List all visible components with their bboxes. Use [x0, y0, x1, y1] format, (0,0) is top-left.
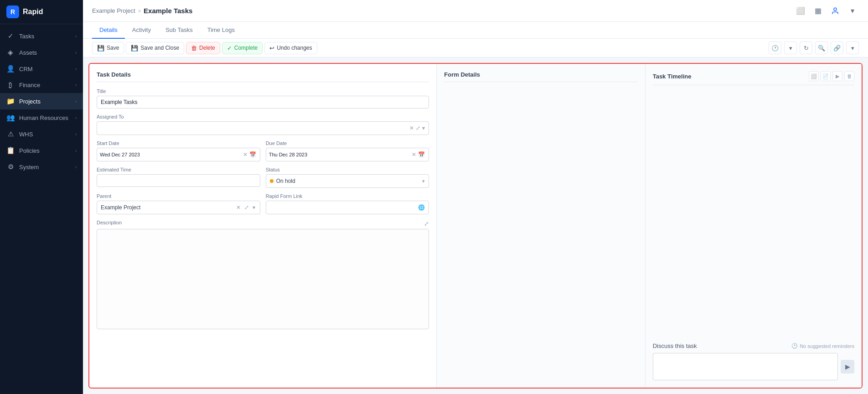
rapid-form-field[interactable]: 🌐: [266, 201, 429, 214]
status-value: On hold: [276, 178, 423, 184]
timeline-icon-1[interactable]: ⬜: [809, 71, 819, 81]
logo-letter: R: [10, 8, 15, 16]
due-date-calendar[interactable]: 📅: [417, 151, 426, 158]
save-button[interactable]: 💾 Save: [92, 42, 124, 54]
nav-icon-policies: 📋: [6, 146, 15, 155]
sidebar-item-crm[interactable]: 👤 CRM ›: [0, 61, 83, 77]
time-status-row: Estimated Time Status On hold ▾: [97, 167, 429, 188]
parent-form-row: Parent Example Project ✕ ⤢ ▾ Rapid Form …: [97, 193, 429, 214]
assigned-to-col: Assigned To ✕ ⤢ ▾: [97, 114, 429, 135]
assigned-to-input[interactable]: [100, 125, 408, 131]
breadcrumb-parent[interactable]: Example Project: [92, 7, 135, 14]
topbar: Example Project > Example Tasks ⬜ ▦ ▾: [83, 0, 868, 22]
sidebar-nav: ✓ Tasks › ◈ Assets › 👤 CRM › ₿ Finance ›…: [0, 24, 83, 394]
nav-item-left-policies: 📋 Policies: [6, 146, 40, 155]
status-col: Status On hold ▾: [266, 167, 429, 188]
status-dropdown[interactable]: On hold ▾: [266, 174, 429, 188]
nav-icon-system: ⚙: [6, 163, 15, 171]
discuss-input-row: ▶: [653, 353, 854, 380]
status-chevron: ▾: [422, 178, 425, 184]
discuss-title: Discuss this task: [653, 342, 697, 349]
timeline-icon-4[interactable]: 🗑: [844, 71, 854, 81]
tab-sub-tasks[interactable]: Sub Tasks: [158, 22, 200, 39]
search-button[interactable]: 🔍: [815, 41, 828, 54]
parent-dropdown[interactable]: ▾: [252, 204, 256, 211]
sidebar-item-tasks[interactable]: ✓ Tasks ›: [0, 28, 83, 44]
nav-item-left-whs: ⚠ WHS: [6, 130, 33, 138]
task-timeline-column: Task Timeline ⬜ 📄 ▶ 🗑 Discuss this task: [646, 64, 862, 388]
main-content: Example Project > Example Tasks ⬜ ▦ ▾ De…: [83, 0, 868, 394]
parent-field[interactable]: Example Project ✕ ⤢ ▾: [97, 201, 260, 214]
start-date-input[interactable]: [100, 152, 242, 157]
discuss-header: Discuss this task 🕐 No suggested reminde…: [653, 342, 854, 349]
nav-item-left-finance: ₿ Finance: [6, 81, 40, 89]
due-date-clear[interactable]: ✕: [411, 151, 417, 158]
due-date-label: Due Date: [266, 140, 429, 146]
tab-activity[interactable]: Activity: [125, 22, 158, 39]
action-bar-right: 🕐 ▾ ↻ 🔍 🔗 ▾: [769, 41, 859, 54]
save-close-button[interactable]: 💾 Save and Close: [126, 42, 184, 54]
start-date-label: Start Date: [97, 140, 260, 146]
refresh-button[interactable]: ↻: [800, 41, 812, 54]
nav-label-system: System: [19, 164, 39, 171]
description-label-row: Description ⤢: [97, 220, 429, 227]
tab-time-logs[interactable]: Time Logs: [200, 22, 242, 39]
tab-details[interactable]: Details: [92, 22, 125, 39]
timeline-icon-2[interactable]: 📄: [821, 71, 831, 81]
due-date-col: Due Date ✕ 📅: [266, 140, 429, 161]
topbar-icon-user[interactable]: [829, 5, 842, 17]
sidebar-item-human-resources[interactable]: 👥 Human Resources ›: [0, 109, 83, 126]
assigned-to-clear[interactable]: ✕: [408, 125, 415, 131]
action-bar-left: 💾 Save 💾 Save and Close 🗑 Delete ✓ Compl…: [92, 42, 317, 54]
topbar-icon-layout[interactable]: ▦: [811, 5, 824, 17]
complete-button[interactable]: ✓ Complete: [222, 42, 263, 54]
nav-item-left-human-resources: 👥 Human Resources: [6, 114, 68, 122]
title-input[interactable]: [97, 96, 429, 109]
sidebar-item-projects[interactable]: 📁 Projects ›: [0, 93, 83, 109]
delete-icon: 🗑: [191, 45, 197, 52]
discuss-input[interactable]: [653, 353, 838, 380]
undo-button[interactable]: ↩ Undo changes: [264, 42, 317, 54]
reminder-text: 🕐 No suggested reminders: [791, 343, 854, 349]
start-date-calendar[interactable]: 📅: [248, 151, 257, 158]
link-chevron[interactable]: ▾: [846, 41, 859, 54]
expand-icon[interactable]: ⤢: [424, 220, 429, 227]
assigned-to-dropdown[interactable]: ▾: [421, 125, 426, 131]
estimated-time-input[interactable]: [97, 174, 260, 187]
description-input[interactable]: [97, 229, 429, 329]
nav-icon-assets: ◈: [6, 48, 15, 57]
assigned-to-edit[interactable]: ⤢: [415, 125, 421, 131]
nav-label-crm: CRM: [19, 66, 33, 73]
sidebar-item-finance[interactable]: ₿ Finance ›: [0, 77, 83, 93]
link-button[interactable]: 🔗: [831, 41, 843, 54]
sidebar-header: R Rapid: [0, 0, 83, 24]
rapid-form-globe[interactable]: 🌐: [417, 204, 426, 211]
due-date-field[interactable]: ✕ 📅: [266, 148, 429, 161]
topbar-chevron-down[interactable]: ▾: [846, 5, 859, 17]
start-date-field[interactable]: ✕ 📅: [97, 148, 260, 161]
save-close-icon: 💾: [131, 45, 138, 52]
description-label: Description: [97, 220, 122, 225]
start-date-clear[interactable]: ✕: [242, 151, 248, 158]
task-details-title: Task Details: [97, 71, 429, 82]
history-button[interactable]: 🕐: [769, 41, 781, 54]
nav-item-left-crm: 👤 CRM: [6, 65, 33, 73]
delete-button[interactable]: 🗑 Delete: [186, 42, 220, 54]
send-button[interactable]: ▶: [841, 360, 854, 373]
nav-icon-crm: 👤: [6, 65, 15, 73]
parent-edit[interactable]: ⤢: [243, 204, 250, 211]
assigned-to-field[interactable]: ✕ ⤢ ▾: [97, 121, 429, 135]
complete-icon: ✓: [227, 45, 232, 52]
rapid-form-input[interactable]: [269, 204, 418, 211]
topbar-icon-copy[interactable]: ⬜: [794, 5, 807, 17]
parent-clear[interactable]: ✕: [235, 204, 242, 211]
nav-item-left-system: ⚙ System: [6, 163, 39, 171]
sidebar-item-system[interactable]: ⚙ System ›: [0, 159, 83, 175]
sidebar-item-whs[interactable]: ⚠ WHS ›: [0, 126, 83, 142]
timeline-icon-3[interactable]: ▶: [832, 71, 842, 81]
status-dot: [270, 179, 274, 183]
history-chevron[interactable]: ▾: [784, 41, 797, 54]
sidebar-item-assets[interactable]: ◈ Assets ›: [0, 44, 83, 61]
due-date-input[interactable]: [269, 152, 411, 157]
sidebar-item-policies[interactable]: 📋 Policies ›: [0, 142, 83, 159]
